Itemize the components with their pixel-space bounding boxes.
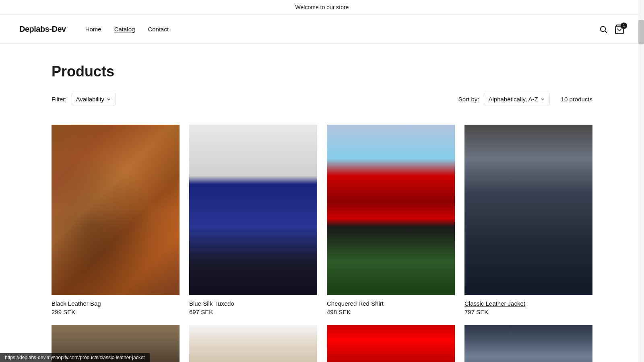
product-price-2: 697 SEK — [189, 309, 317, 315]
nav-contact[interactable]: Contact — [148, 26, 169, 33]
logo[interactable]: Deplabs-Dev — [19, 25, 66, 34]
product-card-7[interactable] — [327, 325, 455, 362]
filter-right: Sort by: Alphabetically, A-Z 10 products — [458, 93, 592, 105]
search-button[interactable] — [599, 25, 608, 34]
product-image-8 — [464, 325, 592, 362]
header: Deplabs-Dev Home Catalog Contact 1 — [0, 15, 644, 44]
product-name-1: Black Leather Bag — [52, 300, 180, 307]
product-image-placeholder-3 — [327, 125, 455, 295]
status-bar: https://deplabs-dev.myshopify.com/produc… — [0, 353, 150, 362]
product-image-placeholder-6 — [189, 325, 317, 362]
product-name-3: Chequered Red Shirt — [327, 300, 455, 307]
chevron-down-icon — [540, 97, 545, 102]
product-card-4[interactable]: Classic Leather Jacket 797 SEK — [464, 125, 592, 315]
svg-line-1 — [605, 31, 607, 33]
main-content: Products Filter: Availability Sort by: A… — [32, 44, 612, 362]
chevron-down-icon — [106, 97, 111, 102]
product-image-7 — [327, 325, 455, 362]
nav-catalog[interactable]: Catalog — [114, 26, 135, 33]
filter-bar: Filter: Availability Sort by: Alphabetic… — [52, 93, 592, 112]
product-image-placeholder-4 — [464, 125, 592, 295]
product-image-placeholder-1 — [52, 125, 180, 295]
page-title: Products — [52, 63, 592, 80]
product-price-3: 498 SEK — [327, 309, 455, 315]
product-image-placeholder-8 — [464, 325, 592, 362]
search-icon — [599, 25, 608, 34]
scroll-thumb[interactable] — [638, 20, 644, 44]
status-url: https://deplabs-dev.myshopify.com/produc… — [5, 355, 145, 360]
product-image-4 — [464, 125, 592, 295]
scrollbar[interactable] — [638, 0, 644, 362]
cart-badge: 1 — [621, 23, 627, 29]
product-card-6[interactable] — [189, 325, 317, 362]
sort-label: Sort by: — [458, 96, 479, 103]
product-image-1 — [52, 125, 180, 295]
product-card-2[interactable]: Blue Silk Tuxedo 697 SEK — [189, 125, 317, 315]
product-grid: Black Leather Bag 299 SEK Blue Silk Tuxe… — [52, 125, 592, 362]
filter-left: Filter: Availability — [52, 93, 116, 105]
product-card-8[interactable] — [464, 325, 592, 362]
product-image-6 — [189, 325, 317, 362]
availability-filter-label: Availability — [76, 96, 105, 103]
nav-home[interactable]: Home — [85, 26, 101, 33]
main-nav: Home Catalog Contact — [85, 26, 599, 33]
sort-value: Alphabetically, A-Z — [488, 96, 538, 103]
product-price-4: 797 SEK — [464, 309, 592, 315]
announcement-bar: Welcome to our store — [0, 0, 644, 15]
product-image-3 — [327, 125, 455, 295]
filter-label: Filter: — [52, 96, 67, 103]
product-count: 10 products — [561, 96, 592, 103]
product-name-2: Blue Silk Tuxedo — [189, 300, 317, 307]
announcement-text: Welcome to our store — [295, 4, 349, 10]
availability-filter[interactable]: Availability — [72, 93, 116, 105]
product-image-placeholder-2 — [189, 125, 317, 295]
product-name-4: Classic Leather Jacket — [464, 300, 592, 307]
svg-point-0 — [601, 26, 606, 31]
cart-button[interactable]: 1 — [614, 24, 625, 35]
sort-dropdown[interactable]: Alphabetically, A-Z — [484, 93, 549, 105]
header-icons: 1 — [599, 24, 625, 35]
product-image-2 — [189, 125, 317, 295]
product-card-1[interactable]: Black Leather Bag 299 SEK — [52, 125, 180, 315]
product-card-3[interactable]: Chequered Red Shirt 498 SEK — [327, 125, 455, 315]
product-price-1: 299 SEK — [52, 309, 180, 315]
product-image-placeholder-7 — [327, 325, 455, 362]
